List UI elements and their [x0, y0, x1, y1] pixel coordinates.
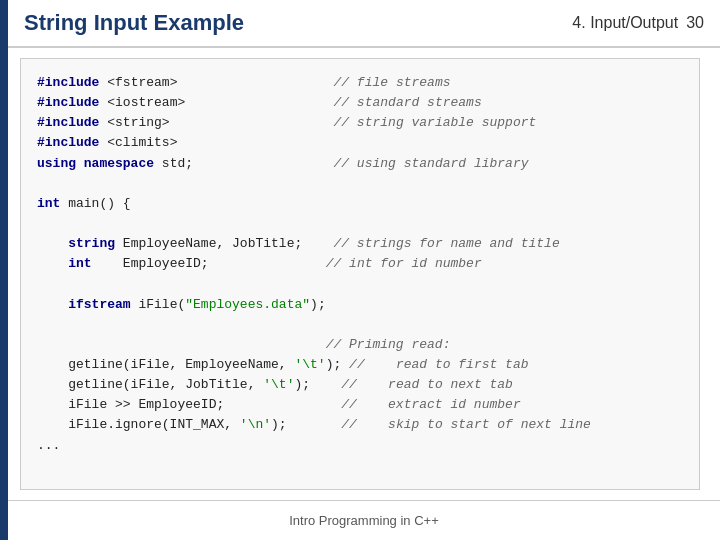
- code-line-7: int main() {: [37, 194, 683, 214]
- code-line-19: ...: [37, 436, 683, 456]
- code-line-10: int EmployeeID; // int for id number: [37, 254, 683, 274]
- code-line-5: using namespace std; // using standard l…: [37, 154, 683, 174]
- footer: Intro Programming in C++: [8, 500, 720, 540]
- slide-container: String Input Example 4. Input/Output 30 …: [0, 0, 720, 540]
- code-line-11: [37, 274, 683, 294]
- header-right: 4. Input/Output 30: [572, 14, 704, 32]
- code-line-13: [37, 315, 683, 335]
- code-line-14: // Priming read:: [37, 335, 683, 355]
- code-line-6: [37, 174, 683, 194]
- code-block: #include <fstream> // file streams #incl…: [20, 58, 700, 490]
- code-line-15: getline(iFile, EmployeeName, '\t'); // r…: [37, 355, 683, 375]
- code-line-1: #include <fstream> // file streams: [37, 73, 683, 93]
- code-line-16: getline(iFile, JobTitle, '\t'); // read …: [37, 375, 683, 395]
- code-line-12: ifstream iFile("Employees.data");: [37, 295, 683, 315]
- code-line-2: #include <iostream> // standard streams: [37, 93, 683, 113]
- slide-number: 30: [686, 14, 704, 32]
- section-label: 4. Input/Output: [572, 14, 678, 32]
- slide-title: String Input Example: [24, 10, 244, 36]
- footer-text: Intro Programming in C++: [289, 513, 439, 528]
- code-line-3: #include <string> // string variable sup…: [37, 113, 683, 133]
- code-line-8: [37, 214, 683, 234]
- accent-bar: [0, 0, 8, 540]
- code-line-9: string EmployeeName, JobTitle; // string…: [37, 234, 683, 254]
- code-line-4: #include <climits>: [37, 133, 683, 153]
- code-line-17: iFile >> EmployeeID; // extract id numbe…: [37, 395, 683, 415]
- header: String Input Example 4. Input/Output 30: [8, 0, 720, 48]
- code-line-18: iFile.ignore(INT_MAX, '\n'); // skip to …: [37, 415, 683, 435]
